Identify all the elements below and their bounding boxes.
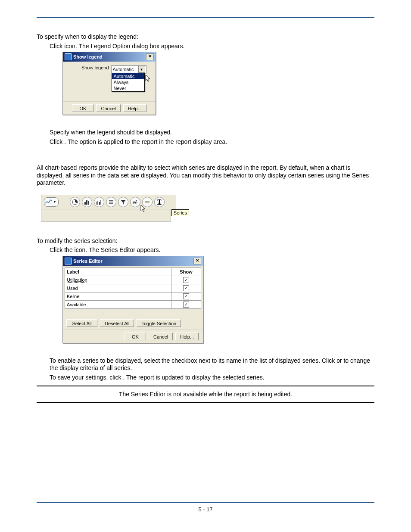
series-icon[interactable] xyxy=(130,197,140,207)
dialog-titlebar: Series Editor ✕ xyxy=(63,256,203,266)
dialog-app-icon xyxy=(65,258,72,264)
text: To save your settings, click xyxy=(50,374,123,381)
dropdown-option[interactable]: Always xyxy=(112,79,144,85)
note-box: The Series Editor is not available while… xyxy=(37,386,374,403)
cancel-button[interactable]: Cancel xyxy=(96,104,120,112)
text: . The report is updated to display the s… xyxy=(123,374,264,381)
series-para: All chart-based reports provide the abil… xyxy=(37,164,374,187)
page-footer: 5 - 17 xyxy=(37,502,374,513)
toolbar-spacer xyxy=(41,209,171,222)
close-icon[interactable]: ✕ xyxy=(146,53,154,60)
series-label: Kernel xyxy=(65,292,171,300)
table-row: Kernel ✓ xyxy=(65,292,201,300)
text: icon. The Legend Option dialog box appea… xyxy=(64,43,184,50)
grouped-bar-icon[interactable] xyxy=(94,197,104,207)
ok-button[interactable]: OK xyxy=(125,333,146,340)
chevron-down-icon[interactable]: ▼ xyxy=(138,66,145,73)
page-top-rule xyxy=(37,17,374,18)
series-label: Utilization xyxy=(65,276,171,284)
legend-step-specify: Specify when the legend should be displa… xyxy=(50,129,374,137)
svg-rect-1 xyxy=(84,202,86,205)
series-table: Label Show Utilization ✓ Used ✓ xyxy=(65,268,201,309)
help-button[interactable]: Help... xyxy=(175,333,199,340)
table-row: Utilization ✓ xyxy=(65,276,201,284)
deselect-all-button[interactable]: Deselect All xyxy=(100,319,134,327)
column-show: Show xyxy=(171,268,201,276)
show-legend-dropdown[interactable]: Automatic Always Never xyxy=(112,73,145,92)
show-checkbox[interactable]: ✓ xyxy=(183,293,189,299)
series-intro: To modify the series selection: xyxy=(37,237,374,245)
svg-rect-2 xyxy=(86,200,87,205)
close-icon[interactable]: ✕ xyxy=(193,258,201,264)
legend-step-click: Click icon. The Legend Option dialog box… xyxy=(50,43,374,50)
dialog-app-icon xyxy=(65,53,72,60)
cancel-button[interactable]: Cancel xyxy=(149,333,173,340)
show-legend-label: Show legend xyxy=(72,65,112,70)
text: or xyxy=(336,357,343,364)
svg-rect-11 xyxy=(145,201,149,202)
legend-intro: To specify when to display the legend: xyxy=(37,33,374,41)
series-save-text: To save your settings, click . The repor… xyxy=(50,374,374,382)
dialog-title: Series Editor xyxy=(73,258,103,264)
series-editor-dialog: Series Editor ✕ Label Show xyxy=(62,256,203,343)
dialog-titlebar: Show legend ✕ xyxy=(63,52,156,62)
pie-chart-icon[interactable] xyxy=(70,197,80,207)
chevron-down-icon: ▼ xyxy=(53,200,56,204)
bar-chart-icon[interactable] xyxy=(82,197,92,207)
cursor-icon xyxy=(145,75,153,82)
series-label: Used xyxy=(65,284,171,292)
series-tooltip: Series xyxy=(171,209,189,216)
help-button[interactable]: Help... xyxy=(123,104,146,112)
list-icon[interactable] xyxy=(106,197,116,207)
report-toolbar: ▼ xyxy=(41,195,176,209)
text: icon. The Series Editor appears. xyxy=(75,246,161,253)
column-label: Label xyxy=(65,268,171,276)
svg-rect-4 xyxy=(97,202,97,205)
dialog-title: Show legend xyxy=(73,54,103,59)
series-label: Available xyxy=(65,300,171,308)
text: Click xyxy=(50,43,64,50)
svg-rect-5 xyxy=(97,201,98,205)
cursor-icon xyxy=(140,205,148,212)
dropdown-option[interactable]: Automatic xyxy=(112,73,144,79)
dropdown-option[interactable]: Never xyxy=(112,85,144,91)
filter-icon[interactable] xyxy=(118,197,128,207)
legend-step-apply: Click . The option is applied to the rep… xyxy=(50,138,374,146)
svg-rect-3 xyxy=(88,201,89,205)
svg-rect-12 xyxy=(145,202,149,203)
combo-value: Automatic xyxy=(113,67,134,72)
show-legend-combo[interactable]: Automatic ▼ xyxy=(112,65,146,74)
text: Click the xyxy=(50,246,75,253)
show-checkbox[interactable]: ✓ xyxy=(183,302,189,308)
series-step-click: Click the icon. The Series Editor appear… xyxy=(50,246,374,254)
table-row: Used ✓ xyxy=(65,284,201,292)
svg-rect-7 xyxy=(100,200,101,205)
text: . The option is applied to the report in… xyxy=(64,138,227,145)
series-select-buttons: Select All Deselect All Toggle Selection xyxy=(65,313,201,330)
text: To enable a series to be displayed, sele… xyxy=(50,357,336,364)
dialog-buttons: OK Cancel Help... xyxy=(63,330,203,343)
show-legend-dialog: Show legend ✕ Show legend Automatic ▼ xyxy=(62,52,156,115)
series-enable-text: To enable a series to be displayed, sele… xyxy=(50,357,374,372)
select-all-button[interactable]: Select All xyxy=(66,319,97,327)
dialog-buttons: OK Cancel Help... xyxy=(63,101,156,115)
text-icon[interactable]: T xyxy=(154,197,165,207)
svg-rect-6 xyxy=(99,202,100,205)
chart-type-dropdown[interactable]: ▼ xyxy=(44,197,59,207)
table-row: Available ✓ xyxy=(65,300,201,308)
ok-button[interactable]: OK xyxy=(72,104,93,112)
line-chart-icon xyxy=(45,199,52,205)
show-checkbox[interactable]: ✓ xyxy=(183,285,189,291)
toggle-selection-button[interactable]: Toggle Selection xyxy=(137,319,181,327)
show-checkbox[interactable]: ✓ xyxy=(183,277,189,283)
note-text: The Series Editor is not available while… xyxy=(119,391,292,398)
text: Click xyxy=(50,138,64,145)
